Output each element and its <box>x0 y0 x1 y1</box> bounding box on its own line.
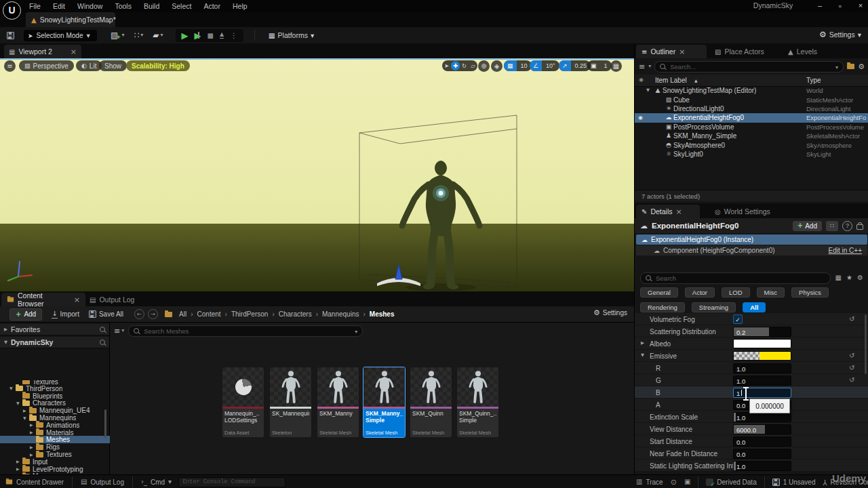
gear-icon[interactable] <box>858 63 865 70</box>
number-field[interactable]: 1.0 <box>733 363 791 373</box>
reset-to-default-icon[interactable] <box>849 377 854 384</box>
expander-icon[interactable] <box>9 386 16 390</box>
world-space-toggle[interactable] <box>478 60 490 72</box>
move-tool-icon[interactable] <box>451 61 460 70</box>
asset-skm-manny-simple[interactable]: SKM_Manny_.. Simple Skeletal Mesh <box>363 367 405 437</box>
category-actor[interactable]: Actor <box>685 287 715 298</box>
eject-icon[interactable] <box>220 32 224 39</box>
expander-icon[interactable] <box>23 409 29 413</box>
expander-icon[interactable] <box>641 353 644 358</box>
content-browser-settings-button[interactable]: Settings <box>593 309 627 317</box>
add-actor-button[interactable]: + <box>111 30 125 41</box>
viewport-3d[interactable]: Perspective Lit Show Scalability: High 1… <box>0 58 634 291</box>
add-button[interactable]: Add <box>9 308 42 321</box>
stop-icon[interactable] <box>208 32 214 39</box>
breadcrumb-mannequins[interactable]: Mannequins <box>322 310 359 318</box>
expander-icon[interactable] <box>16 401 22 405</box>
save-all-button[interactable]: Save All <box>89 310 123 318</box>
tab-place-actors[interactable]: Place Actors <box>709 45 770 58</box>
platforms-dropdown[interactable]: Platforms <box>269 31 315 39</box>
back-button[interactable] <box>134 309 144 319</box>
expander-icon[interactable] <box>30 430 36 434</box>
category-rendering[interactable]: Rendering <box>640 302 685 312</box>
new-folder-icon[interactable] <box>847 64 854 69</box>
scale-tool-icon[interactable] <box>469 61 477 70</box>
expander-icon[interactable] <box>4 340 7 345</box>
breadcrumb-thirdperson[interactable]: ThirdPerson <box>231 310 268 318</box>
unsaved-button[interactable]: 1 Unsaved <box>772 479 816 486</box>
number-field[interactable]: 1.0 <box>733 461 791 471</box>
expander-icon[interactable] <box>16 460 22 464</box>
minimize-icon[interactable] <box>815 1 825 11</box>
insights-icon[interactable] <box>671 479 677 486</box>
property-row-near-fade-in-distance[interactable]: Near Fade In Distance0.0 <box>635 447 868 460</box>
outliner-row-postprocessvolume[interactable]: PostProcessVolume PostProcessVolume <box>635 123 868 131</box>
asset-skm-quinn[interactable]: SKM_Quinn Skeletal Mesh <box>410 367 452 437</box>
outliner-row-skylight0[interactable]: SkyLight0 SkyLight <box>635 150 868 159</box>
project-root-section[interactable]: DynamicSky <box>0 337 109 348</box>
breadcrumb-meshes[interactable]: Meshes <box>370 310 395 318</box>
outliner-column-header[interactable]: Item Label Type <box>635 75 868 87</box>
component-row[interactable]: Component (HeightFogComponent0) Edit in … <box>636 245 867 256</box>
expander-icon[interactable] <box>30 445 36 449</box>
expander-icon[interactable] <box>16 467 22 471</box>
breadcrumb-all[interactable]: All <box>179 310 186 318</box>
outliner-row-cube[interactable]: Cube StaticMeshActor <box>635 95 868 104</box>
tab-world-settings[interactable]: World Settings <box>709 205 776 218</box>
number-field[interactable]: 0.0 <box>733 436 791 447</box>
more-options-icon[interactable] <box>230 32 237 39</box>
cmd-dropdown[interactable]: Cmd <box>141 479 172 486</box>
close-icon[interactable] <box>676 208 682 216</box>
edit-in-cpp-link[interactable]: Edit in C++ <box>829 247 862 254</box>
settings-dropdown[interactable]: Settings <box>819 30 861 39</box>
tab-output-log[interactable]: Output Log <box>84 293 140 306</box>
viewport-options-button[interactable] <box>4 60 16 72</box>
output-log-button[interactable]: Output Log <box>81 479 124 486</box>
lit-dropdown[interactable]: Lit <box>76 60 102 71</box>
reset-to-default-icon[interactable] <box>849 352 854 359</box>
close-icon[interactable] <box>74 296 80 304</box>
tab-content-browser[interactable]: Content Browser <box>1 293 85 306</box>
property-row-b[interactable]: B1 <box>635 386 868 399</box>
chevron-down-icon[interactable] <box>835 63 838 70</box>
add-component-button[interactable]: Add <box>793 221 822 231</box>
slider-field[interactable]: 0.2 <box>733 327 791 337</box>
search-icon[interactable] <box>100 327 105 332</box>
maximize-viewport-button[interactable] <box>610 60 622 72</box>
console-command-input[interactable] <box>178 477 285 487</box>
outliner-search-input[interactable] <box>654 61 844 73</box>
category-general[interactable]: General <box>640 287 678 298</box>
favorites-icon[interactable] <box>846 274 852 281</box>
selection-mode-dropdown[interactable]: Selection Mode <box>24 30 97 41</box>
asset-sk-mannequin[interactable]: SK_Mannequin Skeleton <box>270 367 311 437</box>
menu-tools[interactable]: Tools <box>108 2 138 10</box>
category-physics[interactable]: Physics <box>791 287 829 298</box>
color-swatch[interactable] <box>733 351 791 361</box>
favorites-section[interactable]: Favorites <box>0 324 109 336</box>
skip-icon[interactable] <box>195 31 201 40</box>
expander-icon[interactable] <box>30 423 36 427</box>
property-row-view-distance[interactable]: View Distance6000.0 <box>635 423 868 435</box>
search-icon[interactable] <box>100 340 105 345</box>
checkbox[interactable] <box>733 314 743 324</box>
scale-snap-control[interactable]: 0.25 <box>559 60 591 71</box>
import-button[interactable]: Import <box>52 310 79 319</box>
scalability-badge[interactable]: Scalability: High <box>126 60 190 71</box>
perspective-dropdown[interactable]: Perspective <box>19 60 74 71</box>
text-field-editing[interactable]: 1 <box>733 388 791 398</box>
color-swatch[interactable] <box>733 339 791 348</box>
close-icon[interactable] <box>856 1 865 11</box>
folder-thirdperson[interactable]: ThirdPerson <box>0 385 119 392</box>
menu-window[interactable]: Window <box>71 2 108 10</box>
tab-details[interactable]: Details <box>636 205 700 218</box>
cinematics-button[interactable] <box>153 31 163 39</box>
property-row-g[interactable]: G1.0 <box>635 374 868 386</box>
scrollbar[interactable] <box>104 409 106 438</box>
menu-actor[interactable]: Actor <box>197 2 226 10</box>
expander-icon[interactable] <box>23 416 29 420</box>
play-icon[interactable] <box>182 31 189 40</box>
outliner-row-skm-manny-simple[interactable]: SKM_Manny_Simple SkeletalMeshActor <box>635 131 868 140</box>
select-tool-icon[interactable] <box>442 61 451 70</box>
property-row-scattering-distribution[interactable]: Scattering Distribution0.2 <box>635 325 868 338</box>
property-row-static-lighting-scattering-intensi[interactable]: Static Lighting Scattering Intensi..1.0 <box>635 460 868 472</box>
